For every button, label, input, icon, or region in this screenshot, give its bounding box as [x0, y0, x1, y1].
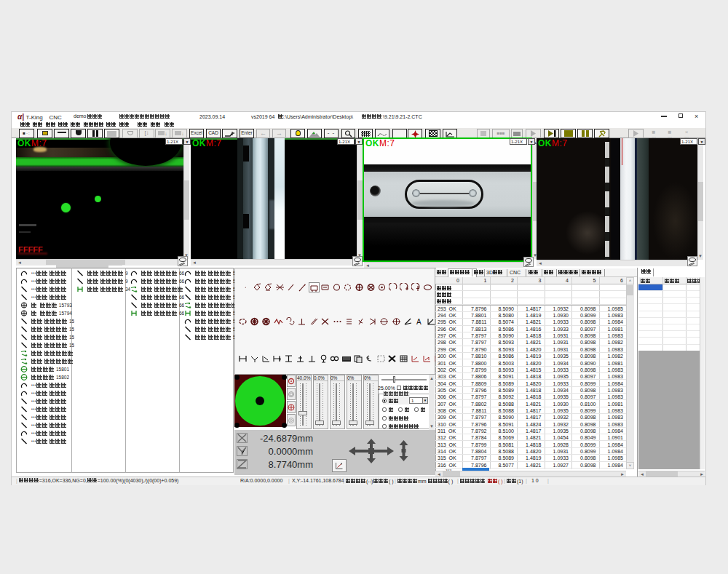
svg-text:A: A: [416, 318, 422, 326]
